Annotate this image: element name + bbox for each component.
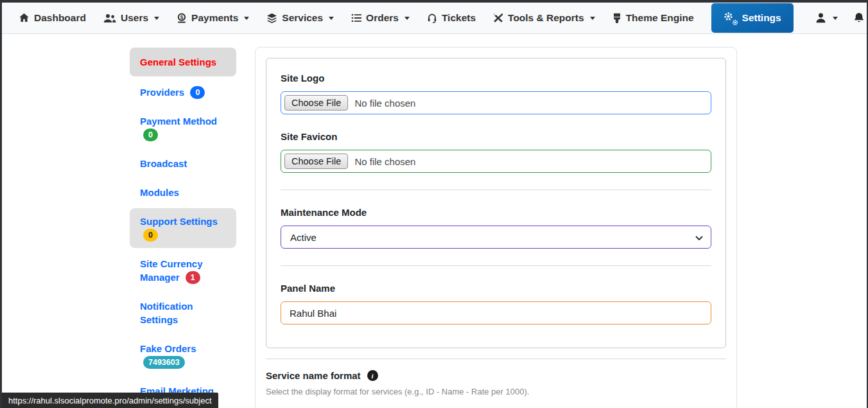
nav-label: Settings	[742, 12, 781, 24]
site-logo-group: Site Logo Choose File No file chosen	[281, 73, 711, 114]
nav-users[interactable]: Users	[103, 12, 159, 24]
chevron-down-icon	[695, 232, 703, 243]
tools-icon	[493, 13, 503, 23]
file-status-text: No file chosen	[354, 98, 415, 109]
nav-tools-reports[interactable]: Tools & Reports	[493, 12, 595, 24]
general-settings-card: Site Logo Choose File No file chosen Sit…	[266, 58, 726, 348]
maintenance-mode-label: Maintenance Mode	[281, 207, 711, 218]
chevron-down-icon	[833, 17, 838, 20]
site-logo-label: Site Logo	[281, 73, 711, 84]
theme-brush-icon	[612, 13, 621, 23]
services-icon	[266, 13, 277, 24]
sidebar-item-general-settings[interactable]: General Settings	[130, 48, 236, 76]
count-badge: 0	[143, 229, 158, 242]
svg-text:$: $	[180, 14, 184, 21]
window-border-left	[0, 0, 2, 408]
nav-settings[interactable]: Settings	[711, 3, 794, 33]
sidebar-item-payment-method[interactable]: Payment Method 0	[130, 108, 236, 148]
chevron-down-icon	[590, 17, 595, 20]
divider	[266, 359, 726, 359]
site-logo-file-input[interactable]: Choose File No file chosen	[281, 91, 711, 114]
nav-label: Dashboard	[34, 12, 86, 24]
choose-file-button[interactable]: Choose File	[284, 95, 348, 111]
chevron-down-icon	[244, 17, 249, 20]
count-badge: 7493603	[143, 356, 185, 369]
nav-label: Theme Engine	[626, 12, 694, 24]
sidebar-item-label: Payment Method	[140, 116, 217, 127]
count-badge: 1	[186, 271, 200, 284]
sidebar-item-site-currency-manager[interactable]: Site Currency Manager 1	[130, 251, 236, 290]
sidebar-item-label: Fake Orders	[140, 343, 196, 354]
divider	[281, 190, 711, 190]
sidebar-item-notification-settings[interactable]: Notification Settings	[130, 293, 236, 333]
input-value: Rahul Bhai	[290, 308, 336, 319]
sidebar-item-broadcast[interactable]: Broadcast	[130, 150, 236, 177]
navbar-right-group	[815, 12, 865, 24]
sidebar-item-label: Broadcast	[140, 158, 187, 169]
top-navbar: Dashboard Users $ Payments Services	[2, 3, 867, 34]
nav-label: Users	[121, 12, 148, 24]
service-name-format-label: Service name format	[266, 370, 361, 381]
nav-label: Tickets	[442, 12, 476, 24]
notifications-bell[interactable]	[853, 12, 865, 24]
chevron-down-icon	[404, 17, 410, 20]
maintenance-mode-group: Maintenance Mode Active	[281, 207, 711, 249]
nav-orders[interactable]: Orders	[351, 12, 410, 24]
profile-menu[interactable]	[815, 12, 838, 24]
payments-icon: $	[177, 13, 187, 23]
service-name-format-help: Select the display format for services (…	[266, 387, 726, 396]
users-icon	[103, 13, 116, 23]
sidebar-item-label: Notification Settings	[140, 301, 193, 325]
nav-tickets[interactable]: Tickets	[427, 12, 476, 24]
sidebar-item-label: Providers	[140, 87, 184, 98]
nav-services[interactable]: Services	[266, 12, 334, 24]
site-favicon-group: Site Favicon Choose File No file chosen	[281, 131, 711, 173]
tickets-icon	[427, 13, 437, 23]
nav-dashboard[interactable]: Dashboard	[19, 12, 86, 24]
nav-label: Orders	[366, 12, 399, 24]
nav-label: Tools & Reports	[508, 12, 584, 24]
panel-name-group: Panel Name Rahul Bhai	[281, 283, 711, 324]
file-status-text: No file chosen	[354, 156, 415, 167]
count-badge: 0	[190, 86, 205, 99]
site-favicon-label: Site Favicon	[281, 131, 711, 142]
sidebar-item-support-settings[interactable]: Support Settings 0	[130, 208, 236, 248]
bell-icon	[853, 12, 865, 24]
nav-theme-engine[interactable]: Theme Engine	[612, 12, 694, 24]
settings-sidebar: General Settings Providers 0 Payment Met…	[130, 48, 236, 407]
chevron-down-icon	[329, 17, 334, 20]
window-border-top	[0, 0, 868, 3]
sidebar-item-label: Modules	[140, 187, 179, 198]
panel-name-label: Panel Name	[281, 283, 711, 294]
gears-icon	[724, 12, 738, 24]
sidebar-item-label: Support Settings	[140, 216, 218, 227]
nav-label: Services	[282, 12, 323, 24]
choose-file-button[interactable]: Choose File	[284, 154, 348, 169]
panel-name-input[interactable]: Rahul Bhai	[281, 301, 711, 324]
service-name-format-section: Service name format i Select the display…	[266, 348, 726, 408]
sidebar-item-providers[interactable]: Providers 0	[130, 79, 236, 105]
divider	[281, 265, 711, 266]
chevron-down-icon	[154, 17, 159, 20]
nav-label: Payments	[191, 12, 238, 24]
sidebar-item-modules[interactable]: Modules	[130, 179, 236, 206]
sidebar-item-fake-orders[interactable]: Fake Orders 7493603	[130, 335, 236, 375]
app-window: Dashboard Users $ Payments Services	[0, 0, 868, 408]
user-icon	[815, 12, 827, 24]
settings-panel: Site Logo Choose File No file chosen Sit…	[255, 47, 737, 408]
link-url: https://rahul.slsocialpromote.pro/admin/…	[8, 396, 212, 405]
home-icon	[19, 13, 30, 23]
site-favicon-file-input[interactable]: Choose File No file chosen	[281, 150, 711, 173]
info-icon[interactable]: i	[367, 370, 378, 381]
orders-icon	[351, 13, 361, 22]
sidebar-item-label: General Settings	[140, 57, 216, 67]
nav-payments[interactable]: $ Payments	[177, 12, 249, 24]
count-badge: 0	[143, 129, 158, 141]
maintenance-mode-select[interactable]: Active	[281, 226, 711, 249]
link-preview-statusbar: https://rahul.slsocialpromote.pro/admin/…	[2, 393, 218, 408]
selected-option: Active	[290, 232, 317, 243]
